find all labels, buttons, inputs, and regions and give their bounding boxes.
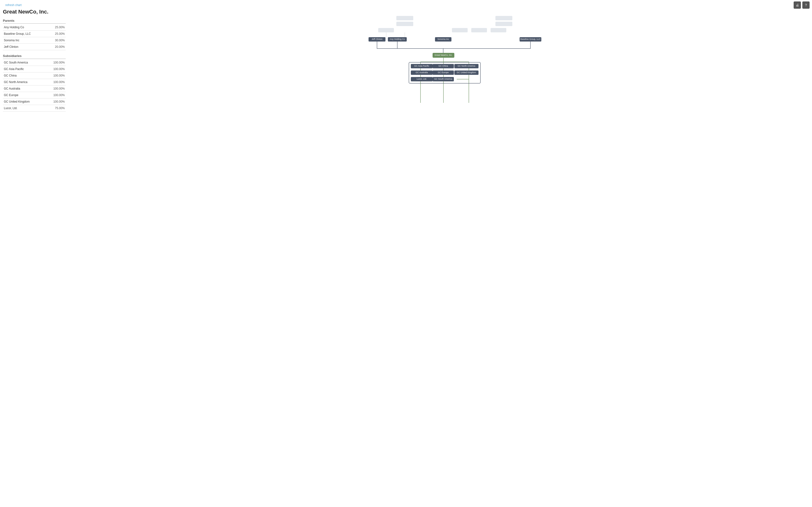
- refresh-link[interactable]: refresh chart: [2, 1, 24, 9]
- subsidiary-name: GC China: [3, 72, 45, 79]
- main-layout: Great NewCo, Inc. Parents Any Holding Co…: [0, 9, 812, 120]
- parents-table: Any Holding Co 25.00% Baseline Group, LL…: [3, 24, 66, 50]
- chart-area: Jeff Clinton Any Holding Co Sonoma Inc B…: [70, 9, 809, 120]
- subsidiary-name: GC North America: [3, 79, 45, 86]
- print-button[interactable]: 🖨: [794, 1, 801, 9]
- svg-rect-3: [495, 22, 512, 26]
- subsidiary-percent: 100.00%: [45, 79, 66, 86]
- svg-rect-0: [396, 16, 413, 20]
- subsidiary-percent: 100.00%: [45, 66, 66, 72]
- subsidiary-name: GC United Kingdom: [3, 99, 45, 105]
- subsidiary-name: GC Europe: [3, 92, 45, 99]
- subsidiary-percent: 100.00%: [45, 59, 66, 66]
- gc-south-america-node: GC South America: [434, 78, 452, 80]
- parents-header: Parents: [3, 19, 66, 24]
- subsidiary-name: GC Asia Pacific: [3, 66, 45, 72]
- parent-percent: 20.00%: [48, 44, 66, 50]
- subsidiary-name: GC Australia: [3, 86, 45, 92]
- subsidiary-row: GC South America 100.00%: [3, 59, 66, 66]
- svg-rect-7: [491, 28, 506, 32]
- parent-row: Any Holding Co 25.00%: [3, 24, 66, 31]
- great-newco-node: Great NewCo, Inc.: [435, 54, 452, 56]
- svg-rect-4: [378, 28, 394, 32]
- jeff-clinton-node: Jeff Clinton: [372, 38, 383, 40]
- subsidiaries-header: Subsidiaries: [3, 54, 66, 59]
- parent-name: Any Holding Co: [3, 24, 48, 31]
- help-button[interactable]: ?: [802, 1, 810, 9]
- subsidiary-row: GC North America 100.00%: [3, 79, 66, 86]
- any-holding-co-node: Any Holding Co: [390, 38, 405, 40]
- print-icon: 🖨: [796, 3, 799, 7]
- subsidiary-percent: 75.00%: [45, 105, 66, 112]
- parent-percent: 25.00%: [48, 24, 66, 31]
- help-icon: ?: [805, 3, 807, 7]
- gc-united-kingdom-node: GC United Kingdom: [457, 71, 476, 74]
- gc-asia-pacific-node: GC Asia Pacific: [414, 65, 429, 67]
- parent-name: Jeff Clinton: [3, 44, 48, 50]
- baseline-group-node: Baseline Group, LLC: [520, 38, 541, 40]
- svg-rect-2: [495, 16, 512, 20]
- top-bar: refresh chart 🖨 ?: [0, 0, 812, 9]
- gc-china-node: GC China: [439, 65, 448, 67]
- subsidiary-percent: 100.00%: [45, 92, 66, 99]
- org-chart-svg: Jeff Clinton Any Holding Co Sonoma Inc B…: [70, 9, 809, 120]
- subsidiary-row: Lucor, Ltd. 75.00%: [3, 105, 66, 112]
- gc-australia-node: GC Australia: [416, 71, 428, 74]
- subsidiary-row: GC Asia Pacific 100.00%: [3, 66, 66, 72]
- page-title: Great NewCo, Inc.: [3, 9, 66, 15]
- left-panel: Great NewCo, Inc. Parents Any Holding Co…: [3, 9, 70, 120]
- parent-name: Sonoma Inc: [3, 37, 48, 44]
- parent-row: Sonoma Inc 30.00%: [3, 37, 66, 44]
- subsidiary-percent: 100.00%: [45, 72, 66, 79]
- parent-name: Baseline Group, LLC: [3, 31, 48, 37]
- svg-rect-5: [452, 28, 468, 32]
- subsidiary-row: GC Australia 100.00%: [3, 86, 66, 92]
- subsidiary-percent: 100.00%: [45, 86, 66, 92]
- subsidiaries-table: GC South America 100.00% GC Asia Pacific…: [3, 59, 66, 112]
- subsidiary-row: GC China 100.00%: [3, 72, 66, 79]
- top-right-buttons: 🖨 ?: [794, 1, 810, 9]
- subsidiary-row: GC Europe 100.00%: [3, 92, 66, 99]
- subsidiary-percent: 100.00%: [45, 99, 66, 105]
- sonoma-inc-node: Sonoma Inc: [438, 38, 449, 40]
- subsidiary-row: GC United Kingdom 100.00%: [3, 99, 66, 105]
- subsidiary-name: GC South America: [3, 59, 45, 66]
- parent-percent: 30.00%: [48, 37, 66, 44]
- lucor-ltd-node: Lucor, Ltd.: [417, 78, 427, 80]
- svg-rect-6: [471, 28, 487, 32]
- parent-row: Jeff Clinton 20.00%: [3, 44, 66, 50]
- svg-rect-1: [396, 22, 413, 26]
- gc-europe-node: GC Europe: [438, 71, 449, 74]
- subsidiary-name: Lucor, Ltd.: [3, 105, 45, 112]
- parent-row: Baseline Group, LLC 25.00%: [3, 31, 66, 37]
- parent-percent: 25.00%: [48, 31, 66, 37]
- gc-north-america-node: GC North America: [457, 65, 475, 67]
